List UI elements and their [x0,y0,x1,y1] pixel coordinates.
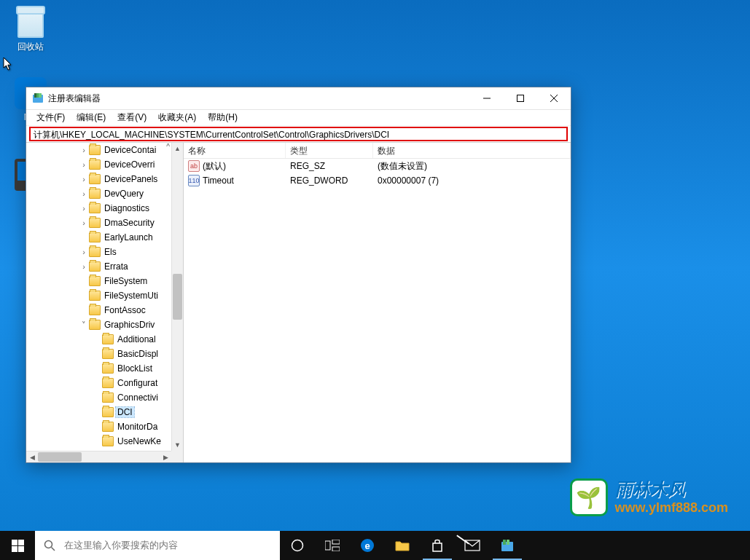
folder-icon [89,218,101,228]
taskbar: 在这里输入你要搜索的内容 e [0,531,750,560]
menu-edit[interactable]: 编辑(E) [71,110,112,125]
value-type-icon: ab [188,160,200,172]
search-placeholder: 在这里输入你要搜索的内容 [64,539,178,552]
menubar: 文件(F) 编辑(E) 查看(V) 收藏夹(A) 帮助(H) [26,110,571,126]
svg-point-10 [292,540,303,551]
svg-rect-11 [325,541,330,550]
tree-node[interactable]: BasicDispl [26,347,171,361]
minimize-button[interactable] [470,87,504,109]
expand-icon[interactable]: › [79,262,89,271]
col-type[interactable]: 类型 [286,143,373,158]
expand-icon[interactable]: › [79,160,89,169]
cortana-button[interactable] [280,531,315,560]
recycle-bin-icon [17,9,44,38]
taskbar-edge[interactable]: e [350,531,385,560]
tree-node[interactable]: ˅GraphicsDriv [26,318,171,332]
col-data[interactable]: 数据 [373,143,571,158]
menu-favorites[interactable]: 收藏夹(A) [152,110,202,125]
tree-scrollbar-vertical[interactable]: ▲ ▼ [171,143,183,451]
tree-node[interactable]: ›DeviceContai [26,143,171,157]
list-row[interactable]: ab(默认)REG_SZ(数值未设置) [184,159,571,173]
tree-node[interactable]: Connectivi [26,390,171,405]
maximize-button[interactable] [504,87,537,109]
list-body[interactable]: ab(默认)REG_SZ(数值未设置)110TimeoutREG_DWORD0x… [184,159,571,188]
menu-view[interactable]: 查看(V) [112,110,152,125]
svg-rect-13 [332,547,340,551]
tree-node[interactable]: DCI [26,405,171,419]
tree-node[interactable]: ›DevQuery [26,186,171,201]
tree-node-label: BasicDispl [116,349,160,359]
folder-icon [102,334,114,344]
tree-node[interactable]: ›Diagnostics [26,201,171,216]
list-header: 名称 类型 数据 [184,143,571,159]
scroll-right-button[interactable]: ▶ [160,451,171,462]
tree-node[interactable]: Configurat [26,376,171,390]
folder-icon [395,540,410,551]
tree-node-label: Configurat [116,378,159,388]
scroll-track[interactable] [172,154,183,439]
tree-node[interactable]: ›Els [26,245,171,259]
menu-file[interactable]: 文件(F) [31,110,71,125]
scroll-up-button[interactable]: ▲ [172,143,183,154]
taskbar-search[interactable]: 在这里输入你要搜索的内容 [35,531,280,560]
tree-node[interactable]: MonitorDa [26,419,171,434]
expand-icon[interactable]: › [79,204,89,213]
tree-node-label: Additional [116,334,157,344]
taskbar-mail[interactable] [455,531,490,560]
taskbar-regedit[interactable] [490,531,525,560]
list-row[interactable]: 110TimeoutREG_DWORD0x00000007 (7) [184,173,571,188]
window-titlebar[interactable]: 注册表编辑器 [26,87,571,110]
col-name[interactable]: 名称 [184,143,286,158]
tree-node[interactable]: EarlyLaunch [26,230,171,245]
folder-icon [89,247,101,257]
folder-icon [89,174,101,184]
close-button[interactable] [537,87,571,109]
folder-icon [89,305,101,315]
tree-node[interactable]: FileSystemUti [26,288,171,303]
scroll-left-button[interactable]: ◀ [26,451,38,462]
expand-icon[interactable]: › [79,175,89,184]
tree-node[interactable]: FileSystem [26,274,171,288]
tree-node[interactable]: BlockList [26,361,171,376]
menu-help[interactable]: 帮助(H) [202,110,243,125]
tree-node-label: EarlyLaunch [103,232,155,242]
desktop-recycle-bin[interactable]: 回收站 [3,9,58,53]
taskbar-store[interactable] [420,531,455,560]
scroll-thumb-h[interactable] [38,452,82,462]
start-button[interactable] [0,531,35,560]
tree-node[interactable]: ›Errata [26,259,171,274]
tree-node[interactable]: ›DmaSecurity [26,216,171,230]
expand-icon[interactable]: › [79,146,89,154]
tree-node[interactable]: UseNewKe [26,434,171,449]
search-icon [44,540,55,551]
folder-icon [89,320,101,330]
tree-node-label: MonitorDa [116,422,159,432]
expand-icon[interactable]: › [79,189,89,198]
scroll-down-button[interactable]: ▼ [172,439,183,451]
address-bar[interactable]: 计算机\HKEY_LOCAL_MACHINE\SYSTEM\CurrentCon… [29,127,568,141]
scroll-thumb[interactable] [173,274,182,320]
scroll-corner [171,451,183,462]
tree-node-label: BlockList [116,363,154,374]
store-icon [431,539,444,552]
tree-scrollbar-horizontal[interactable]: ◀ ▶ [26,451,171,462]
tree-node-label: Connectivi [116,393,160,403]
tree-node-label: FontAssoc [103,305,147,315]
expand-icon[interactable]: › [79,248,89,256]
svg-rect-19 [507,540,509,545]
tree-node[interactable]: Additional [26,332,171,347]
tree-node-label: DCI [116,407,134,417]
mouse-cursor [3,57,13,71]
tree-list[interactable]: ›DeviceContai›DeviceOverri›DevicePanels›… [26,143,171,451]
folder-icon [102,436,114,446]
tree-node[interactable]: ›DeviceOverri [26,157,171,172]
task-view-button[interactable] [315,531,350,560]
svg-text:e: e [364,540,370,551]
values-pane: 名称 类型 数据 ab(默认)REG_SZ(数值未设置)110TimeoutRE… [184,143,571,462]
expand-icon[interactable]: › [79,218,89,227]
tree-node[interactable]: FontAssoc [26,303,171,318]
taskbar-explorer[interactable] [385,531,420,560]
expand-icon[interactable]: ˅ [79,320,89,330]
value-data: (数值未设置) [373,160,571,173]
tree-node[interactable]: ›DevicePanels [26,172,171,186]
